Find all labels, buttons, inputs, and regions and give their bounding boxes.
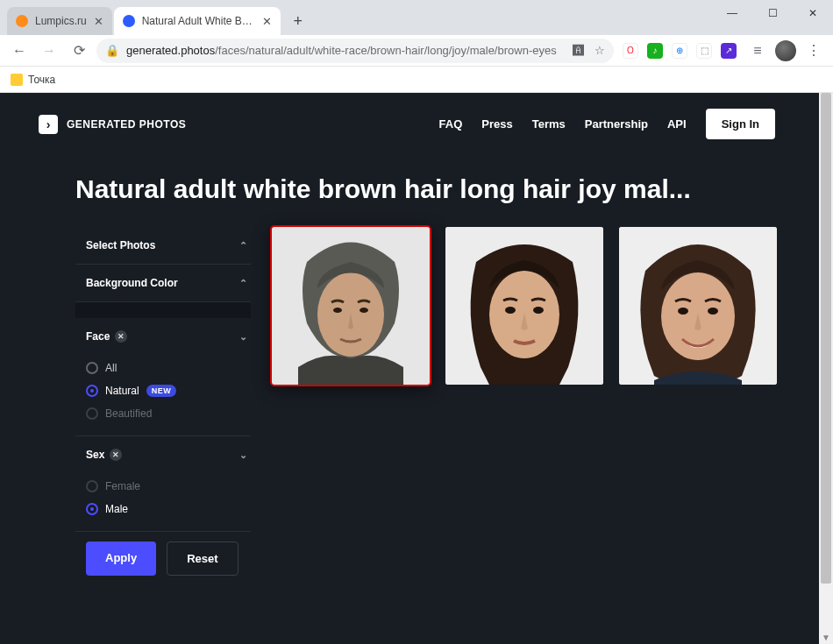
section-select-photos[interactable]: Select Photos ⌃ xyxy=(75,227,251,265)
result-photo-3[interactable] xyxy=(619,227,777,385)
reload-button[interactable]: ⟳ xyxy=(67,39,91,63)
radio-icon xyxy=(86,385,98,397)
reset-button[interactable]: Reset xyxy=(167,541,238,576)
star-icon[interactable]: ☆ xyxy=(594,44,605,57)
browser-titlebar: Lumpics.ru ✕ Natural Adult White Brown H… xyxy=(0,0,833,35)
result-photo-2[interactable] xyxy=(445,227,603,385)
generated-face-icon xyxy=(445,227,603,385)
tab-title: Lumpics.ru xyxy=(35,15,87,27)
svg-point-2 xyxy=(333,308,342,313)
bookmarks-bar: Точка xyxy=(0,67,833,93)
filter-label: Face xyxy=(86,330,110,343)
option-face-all[interactable]: All xyxy=(86,357,251,379)
close-icon[interactable]: ✕ xyxy=(262,15,272,28)
opera-ext-icon[interactable]: O xyxy=(623,43,638,59)
svg-point-7 xyxy=(533,307,544,314)
svg-point-10 xyxy=(678,308,688,315)
browser-toolbar: ← → ⟳ 🔒 generated.photos/faces/natural/a… xyxy=(0,35,833,67)
url-text: generated.photos/faces/natural/adult/whi… xyxy=(126,44,566,57)
chevron-down-icon: ⌄ xyxy=(239,449,247,461)
purple-ext-icon[interactable]: ↗ xyxy=(721,43,737,59)
browser-tab-active[interactable]: Natural Adult White Brown Hair ✕ xyxy=(114,7,281,35)
nav-partnership[interactable]: Partnership xyxy=(585,117,648,131)
section-background-color[interactable]: Background Color ⌃ xyxy=(75,265,251,302)
svg-point-3 xyxy=(360,308,368,313)
section-label: Select Photos xyxy=(86,239,155,251)
section-label: Background Color xyxy=(86,277,178,289)
option-sex-female[interactable]: Female xyxy=(86,475,251,498)
section-divider xyxy=(75,302,251,318)
filter-buttons: Apply Reset xyxy=(75,526,239,576)
logo-mark-icon: › xyxy=(39,115,58,134)
nav-api[interactable]: API xyxy=(667,117,687,131)
option-label: Natural xyxy=(105,385,139,397)
lock-icon: 🔒 xyxy=(105,44,119,57)
page-viewport: ▲ ▼ › GENERATED PHOTOS FAQ Press Terms P… xyxy=(0,93,833,644)
bookmark-item[interactable]: Точка xyxy=(28,74,55,86)
apply-button[interactable]: Apply xyxy=(86,541,156,576)
option-label: Beautified xyxy=(105,407,152,420)
radio-icon xyxy=(86,362,98,374)
filter-sex: Sex ✕ ⌄ Female Male xyxy=(75,436,251,532)
favicon-lumpics xyxy=(16,15,28,27)
filter-sidebar: Select Photos ⌃ Background Color ⌃ Face xyxy=(75,227,251,584)
forward-button[interactable]: → xyxy=(37,39,61,63)
radio-icon xyxy=(86,407,98,420)
browser-tab-inactive[interactable]: Lumpics.ru ✕ xyxy=(7,7,112,35)
translate-icon[interactable]: 🅰 xyxy=(573,44,584,57)
nav-press[interactable]: Press xyxy=(481,117,512,131)
back-button[interactable]: ← xyxy=(7,39,32,63)
option-label: All xyxy=(105,362,117,374)
radio-icon xyxy=(86,503,98,515)
generated-face-icon xyxy=(619,227,777,385)
option-sex-male[interactable]: Male xyxy=(86,498,251,520)
nav-terms[interactable]: Terms xyxy=(532,117,566,131)
filter-label: Sex xyxy=(86,449,104,461)
filter-face: Face ✕ ⌄ All Natural NEW xyxy=(75,318,251,436)
favicon-generated xyxy=(123,15,135,27)
address-bar[interactable]: 🔒 generated.photos/faces/natural/adult/w… xyxy=(96,39,614,63)
svg-point-11 xyxy=(708,308,718,315)
vertical-scrollbar[interactable]: ▲ ▼ xyxy=(819,93,833,644)
option-face-natural[interactable]: Natural NEW xyxy=(86,379,251,402)
sign-in-button[interactable]: Sign In xyxy=(706,109,775,139)
option-label: Male xyxy=(105,503,128,515)
nav-faq[interactable]: FAQ xyxy=(439,117,463,131)
filter-head-sex[interactable]: Sex ✕ ⌄ xyxy=(75,436,251,473)
clear-filter-icon[interactable]: ✕ xyxy=(110,449,122,461)
green-ext-icon[interactable]: ♪ xyxy=(647,43,663,59)
filter-head-face[interactable]: Face ✕ ⌄ xyxy=(75,318,251,355)
chevron-down-icon: ⌄ xyxy=(239,331,247,343)
svg-point-6 xyxy=(505,307,516,314)
page-title: Natural adult white brown hair long hair… xyxy=(0,155,819,227)
kebab-menu-icon[interactable]: ⋮ xyxy=(801,39,826,63)
close-window-button[interactable]: ✕ xyxy=(793,0,833,26)
cube-ext-icon[interactable]: ⬚ xyxy=(696,43,712,59)
bookmark-folder-icon xyxy=(11,74,23,86)
site-header: › GENERATED PHOTOS FAQ Press Terms Partn… xyxy=(0,93,819,155)
new-tab-button[interactable]: + xyxy=(286,9,310,33)
minimize-button[interactable]: — xyxy=(712,0,752,26)
radio-icon xyxy=(86,480,98,492)
extensions-area: O ♪ ⊕ ⬚ ↗ xyxy=(619,43,740,59)
new-badge: NEW xyxy=(146,385,177,397)
clear-filter-icon[interactable]: ✕ xyxy=(115,330,127,343)
site-logo[interactable]: › GENERATED PHOTOS xyxy=(39,115,186,134)
option-label: Female xyxy=(105,480,140,492)
result-photo-1[interactable] xyxy=(272,227,430,385)
chevron-up-icon: ⌃ xyxy=(239,278,247,289)
close-icon[interactable]: ✕ xyxy=(94,15,103,28)
window-buttons: — ☐ ✕ xyxy=(712,0,833,26)
scroll-down-arrow[interactable]: ▼ xyxy=(819,630,833,644)
scrollbar-thumb[interactable] xyxy=(821,93,831,584)
chevron-up-icon: ⌃ xyxy=(239,240,247,251)
globe-ext-icon[interactable]: ⊕ xyxy=(672,43,687,59)
reading-list-icon[interactable]: ≡ xyxy=(745,39,770,63)
site-nav: FAQ Press Terms Partnership API Sign In xyxy=(439,109,775,139)
logo-text: GENERATED PHOTOS xyxy=(67,118,186,131)
option-face-beautified[interactable]: Beautified xyxy=(86,402,251,425)
maximize-button[interactable]: ☐ xyxy=(752,0,793,26)
profile-avatar[interactable] xyxy=(775,40,796,61)
tab-title: Natural Adult White Brown Hair xyxy=(142,15,255,27)
generated-face-icon xyxy=(272,227,430,385)
